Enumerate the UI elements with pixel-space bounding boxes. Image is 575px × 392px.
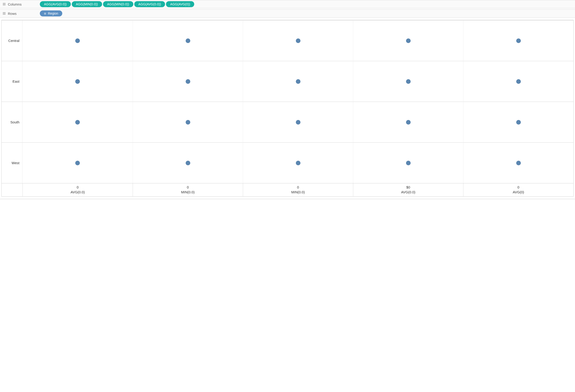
mark-dot[interactable]: [406, 120, 411, 124]
axis-col-1[interactable]: 0 MIN(0.0): [133, 183, 243, 196]
row-header-south[interactable]: South: [2, 102, 23, 142]
worksheet-viz[interactable]: Central East South West: [1, 20, 574, 196]
mark-dot[interactable]: [186, 120, 190, 124]
mark-cell[interactable]: [463, 102, 573, 142]
rows-label-text: Rows: [8, 12, 17, 16]
mark-cell[interactable]: [133, 61, 243, 102]
axis-label: AVG(0.0): [354, 190, 462, 194]
axis-tick: 0: [134, 185, 242, 189]
mark-cell[interactable]: [243, 142, 353, 183]
mark-cell[interactable]: [463, 61, 573, 102]
mark-cell[interactable]: [463, 20, 573, 61]
mark-cell[interactable]: [133, 20, 243, 61]
mark-cell[interactable]: [133, 142, 243, 183]
mark-cell[interactable]: [353, 61, 463, 102]
axis-label: MIN(0.0): [244, 190, 352, 194]
axis-col-4[interactable]: 0 AVG(0): [463, 183, 573, 196]
rows-shelf[interactable]: Rows ⊞ Region: [0, 9, 575, 18]
mark-dot[interactable]: [296, 161, 300, 165]
status-divider: [0, 199, 575, 199]
mark-dot[interactable]: [186, 38, 190, 43]
mark-dot[interactable]: [186, 79, 190, 84]
rows-icon: [2, 12, 6, 15]
viz-grid: Central East South West: [2, 20, 573, 183]
axis-label: AVG(0.0): [24, 190, 132, 194]
mark-cell[interactable]: [133, 102, 243, 142]
mark-cell[interactable]: [353, 142, 463, 183]
row-header-central[interactable]: Central: [2, 20, 23, 61]
mark-dot[interactable]: [406, 38, 411, 43]
mark-cell[interactable]: [23, 102, 133, 142]
row-header-west[interactable]: West: [2, 142, 23, 183]
axis-tick: 0: [244, 185, 352, 189]
axis-spacer: [2, 183, 23, 196]
mark-dot[interactable]: [75, 161, 80, 165]
mark-dot[interactable]: [516, 79, 521, 84]
columns-shelf[interactable]: Columns AGG(AVG(0.0)) AGG(MIN(0.0)) AGG(…: [0, 0, 575, 8]
column-pill-4[interactable]: AGG(AVG(0)): [166, 1, 194, 7]
mark-cell[interactable]: [353, 20, 463, 61]
mark-dot[interactable]: [516, 161, 521, 165]
mark-cell[interactable]: [23, 20, 133, 61]
axis-tick: $0: [354, 185, 462, 189]
mark-dot[interactable]: [406, 161, 411, 165]
axis-tick: 0: [464, 185, 573, 189]
x-axis: 0 AVG(0.0) 0 MIN(0.0) 0 MIN(0.0) $0 AVG(…: [2, 183, 573, 196]
column-pill-2[interactable]: AGG(MIN(0.0)): [103, 1, 133, 7]
rows-shelf-label: Rows: [0, 11, 39, 16]
column-pill-0[interactable]: AGG(AVG(0.0)): [40, 1, 71, 7]
mark-dot[interactable]: [75, 79, 80, 84]
axis-col-0[interactable]: 0 AVG(0.0): [23, 183, 133, 196]
axis-col-3[interactable]: $0 AVG(0.0): [353, 183, 463, 196]
mark-dot[interactable]: [75, 38, 80, 43]
mark-cell[interactable]: [243, 102, 353, 142]
axis-tick: 0: [24, 185, 132, 189]
columns-icon: [2, 2, 6, 6]
row-header-east[interactable]: East: [2, 61, 23, 102]
mark-dot[interactable]: [296, 79, 300, 84]
mark-dot[interactable]: [186, 161, 190, 165]
mark-cell[interactable]: [353, 102, 463, 142]
axis-label: MIN(0.0): [134, 190, 242, 194]
columns-shelf-label: Columns: [0, 2, 39, 7]
mark-dot[interactable]: [516, 120, 521, 124]
columns-label-text: Columns: [8, 2, 22, 6]
mark-cell[interactable]: [463, 142, 573, 183]
column-pill-1[interactable]: AGG(MIN(0.0)): [72, 1, 102, 7]
mark-dot[interactable]: [296, 120, 300, 124]
mark-dot[interactable]: [75, 120, 80, 124]
mark-cell[interactable]: [23, 61, 133, 102]
mark-cell[interactable]: [243, 20, 353, 61]
expand-icon: ⊞: [44, 12, 46, 15]
mark-cell[interactable]: [243, 61, 353, 102]
axis-label: AVG(0): [464, 190, 573, 194]
mark-dot[interactable]: [406, 79, 411, 84]
row-pill-region[interactable]: ⊞ Region: [40, 10, 62, 16]
axis-col-2[interactable]: 0 MIN(0.0): [243, 183, 353, 196]
mark-dot[interactable]: [516, 38, 521, 43]
mark-cell[interactable]: [23, 142, 133, 183]
mark-dot[interactable]: [296, 38, 300, 43]
column-pill-3[interactable]: AGG(AVG(0.0)): [134, 1, 165, 7]
